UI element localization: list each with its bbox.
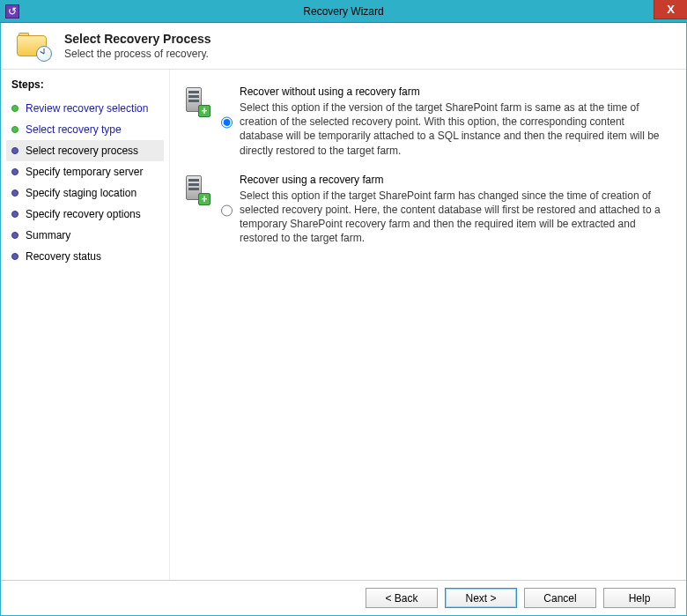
title-bar: ↺ Recovery Wizard X bbox=[0, 0, 687, 23]
step-label: Specify recovery options bbox=[26, 208, 141, 220]
window-body: Select Recovery Process Select the proce… bbox=[0, 23, 687, 616]
step-item: Select recovery process bbox=[6, 140, 164, 161]
recovery-process-icon bbox=[17, 32, 50, 60]
page-header: Select Recovery Process Select the proce… bbox=[1, 23, 686, 69]
step-label: Recovery status bbox=[26, 250, 101, 263]
option-description: Select this option if the target SharePo… bbox=[240, 189, 667, 246]
step-item: Recovery status bbox=[6, 246, 164, 267]
recovery-option: +Recover using a recovery farmSelect thi… bbox=[182, 174, 667, 246]
help-button[interactable]: Help bbox=[603, 588, 676, 608]
window-title: Recovery Wizard bbox=[303, 5, 383, 18]
step-bullet-icon bbox=[11, 189, 18, 197]
page-subtitle: Select the process of recovery. bbox=[64, 48, 211, 60]
step-bullet-icon bbox=[11, 211, 18, 218]
cancel-button[interactable]: Cancel bbox=[524, 588, 596, 608]
next-button[interactable]: Next > bbox=[445, 588, 517, 608]
steps-heading: Steps: bbox=[6, 78, 164, 91]
step-label: Review recovery selection bbox=[26, 102, 148, 115]
step-bullet-icon bbox=[11, 168, 18, 175]
option-description: Select this option if the version of the… bbox=[240, 100, 667, 158]
step-label: Select recovery type bbox=[26, 123, 122, 136]
step-bullet-icon bbox=[11, 147, 18, 154]
page-title: Select Recovery Process bbox=[64, 32, 211, 46]
close-button[interactable]: X bbox=[654, 0, 687, 19]
button-bar: < Back Next > Cancel Help bbox=[1, 580, 686, 615]
back-button[interactable]: < Back bbox=[366, 588, 438, 608]
server-add-icon: + bbox=[182, 174, 211, 205]
step-label: Select recovery process bbox=[26, 145, 138, 157]
recovery-option-radio[interactable] bbox=[221, 87, 233, 158]
step-bullet-icon bbox=[11, 232, 18, 239]
step-item: Specify temporary server bbox=[6, 161, 164, 182]
recovery-option: +Recover without using a recovery farmSe… bbox=[182, 85, 667, 158]
step-label: Specify temporary server bbox=[26, 166, 143, 178]
recovery-option-radio[interactable] bbox=[221, 175, 233, 246]
step-item[interactable]: Review recovery selection bbox=[6, 98, 164, 119]
steps-sidebar: Steps: Review recovery selectionSelect r… bbox=[1, 70, 170, 580]
step-item: Specify recovery options bbox=[6, 204, 164, 225]
option-title: Recover using a recovery farm bbox=[240, 174, 667, 186]
server-add-icon: + bbox=[182, 85, 211, 117]
step-label: Summary bbox=[26, 229, 70, 241]
recovery-wizard-icon: ↺ bbox=[5, 4, 19, 19]
step-bullet-icon bbox=[11, 105, 18, 112]
step-item: Specify staging location bbox=[6, 182, 164, 204]
step-bullet-icon bbox=[11, 126, 18, 133]
main-panel: +Recover without using a recovery farmSe… bbox=[170, 70, 686, 580]
step-label: Specify staging location bbox=[26, 187, 137, 199]
step-item[interactable]: Select recovery type bbox=[6, 119, 164, 140]
option-title: Recover without using a recovery farm bbox=[240, 85, 667, 98]
step-bullet-icon bbox=[11, 253, 18, 260]
step-item: Summary bbox=[6, 225, 164, 246]
